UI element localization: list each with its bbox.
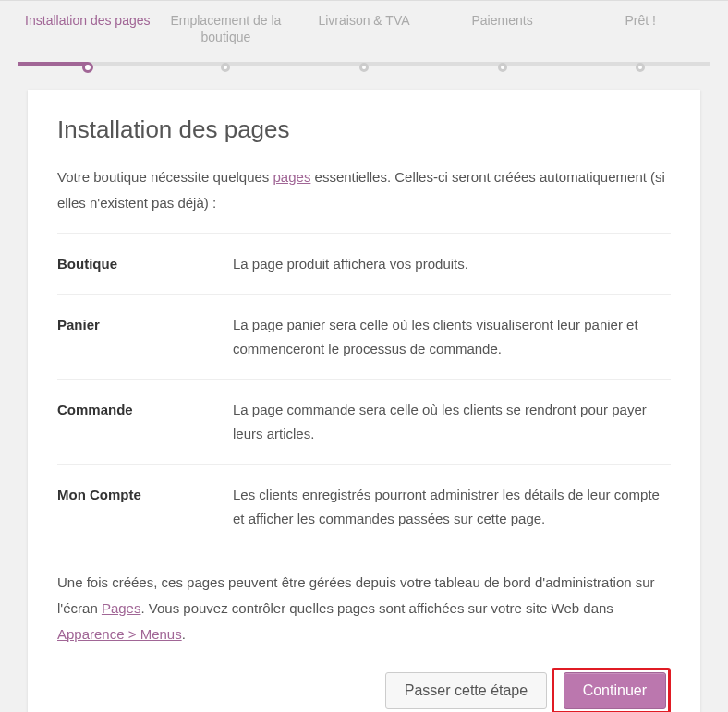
step-label: Emplacement de la boutique xyxy=(170,13,281,44)
page-name: Boutique xyxy=(57,233,233,295)
step-label: Paiements xyxy=(472,13,533,28)
page-name: Mon Compte xyxy=(57,465,233,549)
step-page-setup[interactable]: Installation des pages xyxy=(18,12,157,66)
step-dot-icon xyxy=(498,63,507,72)
page-desc: La page commande sera celle où les clien… xyxy=(233,380,671,465)
setup-stepper: Installation des pages Emplacement de la… xyxy=(0,1,728,66)
step-label: Installation des pages xyxy=(25,13,150,28)
skip-button[interactable]: Passer cette étape xyxy=(385,672,547,709)
progress-fill xyxy=(18,62,88,66)
step-dot-icon xyxy=(82,62,93,73)
step-dot-icon xyxy=(636,63,645,72)
table-row: Commande La page commande sera celle où … xyxy=(57,380,671,465)
table-row: Panier La page panier sera celle où les … xyxy=(57,295,671,380)
table-row: Mon Compte Les clients enregistrés pourr… xyxy=(57,465,671,549)
page-title: Installation des pages xyxy=(57,115,671,144)
step-dot-icon xyxy=(221,63,230,72)
page-name: Commande xyxy=(57,380,233,465)
outro-text: Une fois créées, ces pages peuvent être … xyxy=(57,570,671,646)
pages-link[interactable]: pages xyxy=(273,169,311,185)
appearance-menus-link[interactable]: Apparence > Menus xyxy=(57,626,182,642)
page-desc: La page panier sera celle où les clients… xyxy=(233,295,671,380)
step-store-location[interactable]: Emplacement de la boutique xyxy=(157,12,296,66)
step-ready[interactable]: Prêt ! xyxy=(571,12,710,66)
page-name: Panier xyxy=(57,295,233,380)
page-desc: Les clients enregistrés pourront adminis… xyxy=(233,465,671,549)
wizard-card: Installation des pages Votre boutique né… xyxy=(28,90,700,712)
intro-text: Votre boutique nécessite quelques pages … xyxy=(57,164,671,216)
annotation-highlight: Continuer xyxy=(552,668,671,712)
continue-button[interactable]: Continuer xyxy=(564,672,666,709)
pages-table: Boutique La page produit affichera vos p… xyxy=(57,233,671,550)
step-payments[interactable]: Paiements xyxy=(433,12,572,66)
pages-admin-link[interactable]: Pages xyxy=(102,600,141,616)
step-dot-icon xyxy=(359,63,369,72)
step-label: Livraison & TVA xyxy=(318,13,409,28)
table-row: Boutique La page produit affichera vos p… xyxy=(57,233,671,295)
page-desc: La page produit affichera vos produits. xyxy=(233,233,671,295)
step-label: Prêt ! xyxy=(625,13,655,28)
step-shipping-tax[interactable]: Livraison & TVA xyxy=(295,12,433,66)
wizard-actions: Passer cette étape Continuer xyxy=(57,668,671,712)
